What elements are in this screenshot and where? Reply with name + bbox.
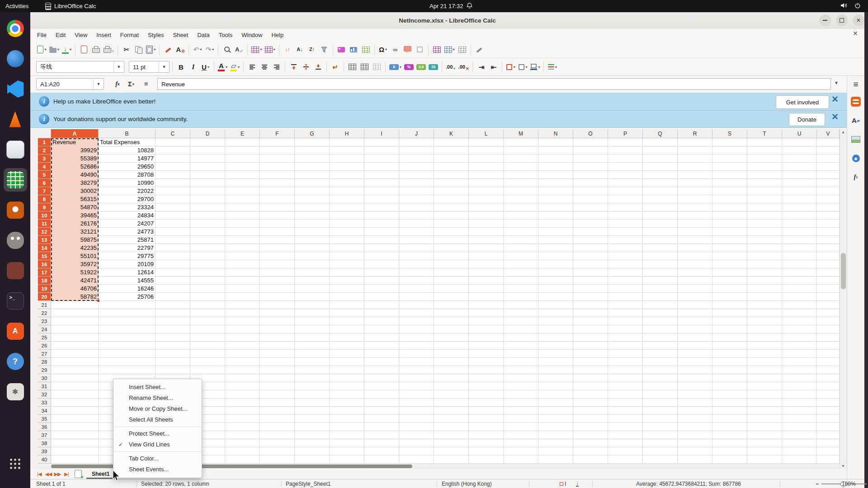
cell-M8[interactable] — [504, 195, 538, 203]
cell-D1[interactable] — [190, 138, 225, 146]
cell-A34[interactable] — [51, 407, 99, 415]
cell-U21[interactable] — [782, 301, 817, 309]
cell-C25[interactable] — [156, 333, 190, 342]
row-header-1[interactable]: 1 — [38, 138, 51, 146]
cell-K33[interactable] — [434, 399, 469, 407]
cell-E26[interactable] — [225, 342, 260, 350]
cell-J31[interactable] — [399, 382, 434, 390]
cell-A23[interactable] — [51, 317, 99, 325]
context-menu-item-rename-sheet[interactable]: Rename Sheet... — [113, 393, 202, 404]
cell-R29[interactable] — [678, 366, 712, 374]
cell-U36[interactable] — [782, 423, 817, 431]
cell-M4[interactable] — [504, 163, 538, 171]
cell-Q9[interactable] — [643, 203, 678, 211]
cell-I30[interactable] — [364, 374, 399, 382]
cell-F11[interactable] — [260, 220, 295, 228]
cell-J40[interactable] — [399, 455, 434, 464]
cell-E29[interactable] — [225, 366, 260, 374]
cell-L15[interactable] — [469, 252, 504, 260]
cell-R20[interactable] — [678, 293, 712, 301]
chevron-down-icon[interactable]: ▼ — [113, 61, 124, 72]
cell-J4[interactable] — [399, 163, 434, 171]
column-header-P[interactable]: P — [608, 129, 643, 138]
cell-N16[interactable] — [538, 260, 573, 268]
cell-I20[interactable] — [364, 293, 399, 301]
cell-O9[interactable] — [573, 203, 608, 211]
cell-L25[interactable] — [469, 333, 504, 342]
scroll-up-icon[interactable]: ▲ — [841, 130, 845, 134]
cell-P5[interactable] — [608, 171, 643, 179]
menu-insert[interactable]: Insert — [92, 29, 116, 41]
cell-H5[interactable] — [330, 171, 364, 179]
cell-R19[interactable] — [678, 285, 712, 293]
cell-M32[interactable] — [504, 390, 538, 399]
cell-P2[interactable] — [608, 146, 643, 155]
cell-V32[interactable] — [817, 390, 840, 399]
cell-Q14[interactable] — [643, 244, 678, 252]
cell-R26[interactable] — [678, 342, 712, 350]
cell-J39[interactable] — [399, 447, 434, 455]
cell-A19[interactable]: 46706 — [51, 285, 99, 293]
row-header-8[interactable]: 8 — [38, 195, 51, 203]
cell-C20[interactable] — [156, 293, 190, 301]
cell-E12[interactable] — [225, 228, 260, 236]
font-name-combobox[interactable]: 等线▼ — [36, 61, 124, 73]
cell-O22[interactable] — [573, 309, 608, 317]
cell-B19[interactable]: 16246 — [99, 285, 156, 293]
cell-A7[interactable]: 30002 — [51, 187, 99, 195]
cell-K34[interactable] — [434, 407, 469, 415]
cell-P17[interactable] — [608, 268, 643, 277]
cell-L26[interactable] — [469, 342, 504, 350]
cell-N11[interactable] — [538, 220, 573, 228]
print-preview-icon[interactable]: ○ — [103, 43, 115, 56]
cell-S4[interactable] — [712, 163, 747, 171]
cell-F13[interactable] — [260, 236, 295, 244]
cell-N26[interactable] — [538, 342, 573, 350]
cell-E38[interactable] — [225, 439, 260, 447]
context-menu-item-sheet-events[interactable]: Sheet Events... — [113, 464, 202, 475]
cell-G7[interactable] — [295, 187, 330, 195]
menu-window[interactable]: Window — [237, 29, 267, 41]
donate-button[interactable]: Donate — [789, 113, 825, 126]
cell-P28[interactable] — [608, 358, 643, 366]
cell-I33[interactable] — [364, 399, 399, 407]
cell-F25[interactable] — [260, 333, 295, 342]
cell-I14[interactable] — [364, 244, 399, 252]
cell-F22[interactable] — [260, 309, 295, 317]
cell-M3[interactable] — [504, 155, 538, 163]
cell-T31[interactable] — [747, 382, 782, 390]
cell-A13[interactable]: 59875 — [51, 236, 99, 244]
infobar-close-icon[interactable]: ✕ — [831, 112, 839, 122]
cell-L22[interactable] — [469, 309, 504, 317]
cell-C2[interactable] — [156, 146, 190, 155]
properties-icon[interactable] — [847, 97, 864, 107]
cell-H9[interactable] — [330, 203, 364, 211]
cell-L3[interactable] — [469, 155, 504, 163]
row-header-21[interactable]: 21 — [38, 301, 51, 309]
cell-Q26[interactable] — [643, 342, 678, 350]
cell-L28[interactable] — [469, 358, 504, 366]
cell-D22[interactable] — [190, 309, 225, 317]
cell-V12[interactable] — [817, 228, 840, 236]
cell-E25[interactable] — [225, 333, 260, 342]
row-header-38[interactable]: 38 — [38, 439, 51, 447]
cell-N8[interactable] — [538, 195, 573, 203]
cell-J24[interactable] — [399, 325, 434, 333]
cell-P9[interactable] — [608, 203, 643, 211]
cell-F36[interactable] — [260, 423, 295, 431]
cell-P20[interactable] — [608, 293, 643, 301]
cell-U3[interactable] — [782, 155, 817, 163]
cell-T40[interactable] — [747, 455, 782, 464]
cell-C5[interactable] — [156, 171, 190, 179]
cell-R11[interactable] — [678, 220, 712, 228]
cell-L16[interactable] — [469, 260, 504, 268]
cell-V28[interactable] — [817, 358, 840, 366]
save-icon[interactable]: ↓▾ — [61, 43, 72, 56]
cell-M34[interactable] — [504, 407, 538, 415]
cut-icon[interactable]: ✂ — [121, 43, 132, 56]
cell-G29[interactable] — [295, 366, 330, 374]
cell-U38[interactable] — [782, 439, 817, 447]
cell-G22[interactable] — [295, 309, 330, 317]
cell-I18[interactable] — [364, 277, 399, 285]
cell-H16[interactable] — [330, 260, 364, 268]
